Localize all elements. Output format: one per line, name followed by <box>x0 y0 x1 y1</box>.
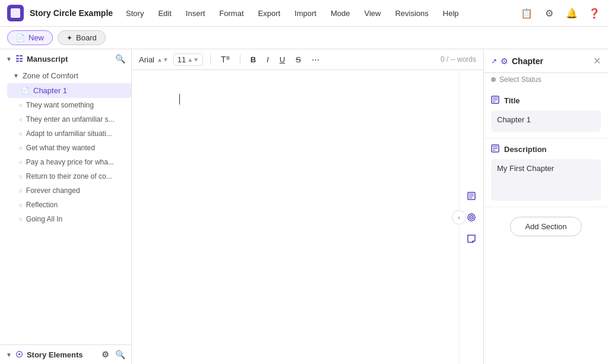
menu-export[interactable]: Export <box>256 8 283 19</box>
drag-icon: ≡ <box>19 159 23 166</box>
toolbar-divider <box>240 54 240 65</box>
strikethrough-button[interactable]: S <box>293 53 304 66</box>
list-item[interactable]: ≡ Pay a heavy price for wha... <box>7 155 131 169</box>
menu-import[interactable]: Import <box>292 8 319 19</box>
help-icon[interactable]: ❓ <box>588 7 601 20</box>
item-label: Going All In <box>26 215 62 223</box>
save-icon[interactable]: 📋 <box>520 7 533 20</box>
list-item[interactable]: ≡ Forever changed <box>7 183 131 198</box>
drag-icon: ≡ <box>19 145 23 151</box>
font-size-value: 11 <box>178 55 186 64</box>
sidebar-search-icon[interactable]: 🔍 <box>115 54 125 64</box>
menu-view[interactable]: View <box>362 8 383 19</box>
item-label: Adapt to unfamiliar situati... <box>26 129 112 138</box>
font-size-select[interactable]: 11 ▲▼ <box>173 53 203 66</box>
menu-format[interactable]: Format <box>217 8 246 19</box>
list-item[interactable]: ≡ They want something <box>7 98 131 112</box>
menu-story[interactable]: Story <box>124 8 146 19</box>
more-options-button[interactable]: ⋯ <box>309 53 322 66</box>
menu-help[interactable]: Help <box>441 8 461 19</box>
chapter-icon: 📄 <box>21 87 30 94</box>
font-chevron: ▲▼ <box>157 56 169 63</box>
menu-edit[interactable]: Edit <box>156 8 173 19</box>
list-item[interactable]: ≡ Reflection <box>7 198 131 212</box>
collapse-editor-btn[interactable]: ‹ <box>452 210 466 224</box>
bold-button[interactable]: B <box>248 53 259 66</box>
footer-expand-icon: ▼ <box>6 352 12 358</box>
titlebar-actions: 📋 ⚙ 🔔 ❓ <box>520 7 601 20</box>
svg-point-6 <box>471 217 472 218</box>
text-size-btn[interactable]: Tᴮ <box>218 53 233 66</box>
board-button[interactable]: ✦ Board <box>58 30 106 45</box>
titlebar: Story Circle Example Story Edit Insert F… <box>0 0 608 27</box>
footer-search-icon[interactable]: 🔍 <box>115 350 125 359</box>
panel-title: Chapter <box>512 56 590 66</box>
underline-button[interactable]: U <box>277 53 288 66</box>
font-name: Arial <box>139 55 154 64</box>
panel-close-button[interactable]: ✕ <box>593 55 601 67</box>
list-item[interactable]: ≡ Going All In <box>7 212 131 226</box>
title-section-label: Title <box>504 96 520 105</box>
drag-icon: ≡ <box>19 116 23 123</box>
editor-cursor <box>179 94 180 105</box>
item-label: Return to their zone of co... <box>26 172 112 181</box>
chapter-title-field[interactable]: Chapter 1 <box>491 110 601 132</box>
description-field[interactable]: My First Chapter <box>491 159 601 201</box>
italic-button[interactable]: I <box>264 53 272 66</box>
panel-collapse-icon[interactable]: ↗ <box>491 57 497 65</box>
chapter-item[interactable]: 📄 Chapter 1 <box>7 83 131 98</box>
list-item[interactable]: ≡ Return to their zone of co... <box>7 169 131 183</box>
size-chevron: ▲▼ <box>187 56 199 63</box>
menu-insert[interactable]: Insert <box>183 8 208 19</box>
zone-header[interactable]: ▼ Zone of Comfort <box>7 68 131 83</box>
zone-group: ▼ Zone of Comfort 📄 Chapter 1 ≡ They wan… <box>0 68 131 226</box>
view-toolbar: 📄 New ✦ Board <box>0 27 608 49</box>
editor-area: Arial ▲▼ 11 ▲▼ Tᴮ B I U S ⋯ 0 / -- words… <box>132 49 483 364</box>
drag-icon: ≡ <box>19 131 23 137</box>
footer-icons: ⚙ 🔍 <box>102 350 125 359</box>
expand-icon: ▼ <box>6 56 12 62</box>
notes-icon[interactable] <box>463 188 480 204</box>
manuscript-label: Manuscript <box>27 55 68 64</box>
title-section-header: Title <box>491 96 601 106</box>
item-label: Pay a heavy price for wha... <box>26 158 114 166</box>
description-section: Description My First Chapter <box>484 138 608 207</box>
zone-label: Zone of Comfort <box>23 71 78 80</box>
drag-icon: ≡ <box>19 202 23 208</box>
menu-revisions[interactable]: Revisions <box>392 8 430 19</box>
status-dot <box>491 77 496 82</box>
description-section-label: Description <box>504 145 547 154</box>
drag-icon: ≡ <box>19 102 23 109</box>
font-family-select[interactable]: Arial ▲▼ <box>139 55 169 64</box>
board-label: Board <box>76 33 97 42</box>
footer-gear-icon[interactable]: ⚙ <box>102 350 109 359</box>
story-elements-icon: ☉ <box>15 350 23 359</box>
toolbar-divider <box>210 54 211 65</box>
sticky-note-icon[interactable] <box>463 230 480 247</box>
new-button[interactable]: 📄 New <box>7 30 53 45</box>
item-label: Forever changed <box>26 186 80 195</box>
drag-icon: ≡ <box>19 173 23 180</box>
description-section-header: Description <box>491 144 601 154</box>
item-label: They enter an unfamiliar s... <box>26 115 115 124</box>
editor-content[interactable] <box>132 70 459 364</box>
list-item[interactable]: ≡ Adapt to unfamiliar situati... <box>7 126 131 141</box>
menu-mode[interactable]: Mode <box>328 8 353 19</box>
new-label: New <box>28 33 44 42</box>
panel-status[interactable]: Select Status <box>484 73 608 90</box>
add-section-button[interactable]: Add Section <box>510 217 581 236</box>
bell-icon[interactable]: 🔔 <box>565 7 578 20</box>
status-text: Select Status <box>499 75 542 84</box>
editor-toolbar: Arial ▲▼ 11 ▲▼ Tᴮ B I U S ⋯ 0 / -- words <box>132 49 483 70</box>
story-elements-footer[interactable]: ▼ ☉ Story Elements ⚙ 🔍 <box>0 344 131 364</box>
manuscript-header[interactable]: ▼ ☷ Manuscript 🔍 <box>0 49 131 68</box>
item-label: Reflection <box>26 201 58 209</box>
list-item[interactable]: ≡ Get what they wanted <box>7 141 131 155</box>
item-label: Get what they wanted <box>26 144 95 152</box>
list-item[interactable]: ≡ They enter an unfamiliar s... <box>7 112 131 126</box>
app-title: Story Circle Example <box>30 8 113 18</box>
panel-header: ↗ ⚙ Chapter ✕ <box>484 49 608 73</box>
panel-gear-icon[interactable]: ⚙ <box>501 56 508 66</box>
gear-icon[interactable]: ⚙ <box>543 7 556 20</box>
board-icon: ✦ <box>66 34 72 42</box>
